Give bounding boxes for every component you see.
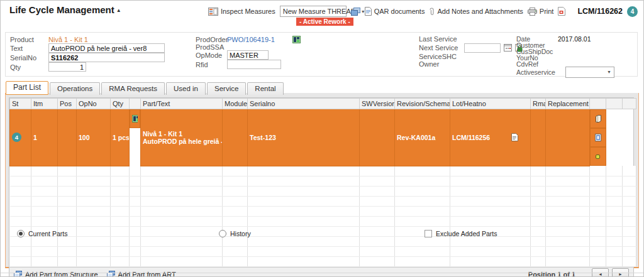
activeservice-label: Activeservice: [516, 69, 565, 75]
next-service-label: Next Service: [419, 44, 464, 52]
add-part-from-art-button[interactable]: Add Part from ART: [107, 271, 176, 277]
table-row[interactable]: [10, 206, 636, 216]
add-part-from-structure-button[interactable]: Add Part from Structure: [14, 271, 98, 277]
add-notes-label: Add Notes and Attachments: [437, 8, 523, 15]
active-rework-badge: - Active Rework -: [296, 18, 353, 26]
text-input[interactable]: [48, 43, 165, 53]
tab-rma-requests[interactable]: RMA Requests: [101, 82, 165, 95]
col-part-text[interactable]: Part/Text: [141, 99, 223, 109]
cell-pos: [58, 109, 77, 166]
prodorder-link[interactable]: PWO/106419-1: [227, 36, 275, 43]
filter-bar: Current Parts History Exclude Added Part…: [9, 230, 635, 242]
new-measure-icon[interactable]: [351, 8, 360, 16]
col-lot-heatno[interactable]: Lot/Heatno: [450, 99, 531, 109]
calendar-icon: [504, 44, 512, 52]
collapse-icon[interactable]: ▲: [116, 8, 121, 13]
activeservice-select[interactable]: ▼: [565, 67, 614, 78]
bottom-divider: [1, 273, 643, 273]
document-reference: LCM/116262: [577, 7, 623, 16]
serialno-label: SerialNo: [10, 54, 48, 62]
lcm-window: Life Cycle Management ▲ Inspect Measures…: [0, 0, 644, 277]
row-document-action[interactable]: [590, 128, 606, 147]
tab-rental[interactable]: Rental: [247, 82, 283, 95]
tab-bar: Part List Operations RMA Requests Used i…: [6, 81, 284, 95]
prodssa-label: ProdSSA: [196, 43, 227, 51]
current-parts-label: Current Parts: [28, 230, 67, 237]
header-title-area: Life Cycle Management ▲: [9, 4, 121, 15]
structure-icon: [132, 115, 138, 122]
rfid-input[interactable]: [227, 60, 281, 69]
qty-input[interactable]: [48, 62, 86, 72]
filter-current-parts[interactable]: Current Parts: [17, 230, 67, 237]
calendar-button[interactable]: [504, 44, 512, 52]
table-row[interactable]: [10, 186, 636, 196]
product-link[interactable]: Nivå 1 - Kit 1: [48, 36, 88, 43]
inspect-measures-icon: [208, 8, 218, 16]
tab-operations[interactable]: Operations: [50, 82, 100, 95]
table-row[interactable]: [10, 216, 636, 226]
table-row[interactable]: [10, 196, 636, 206]
form-column-service: Last Service Next Service ServiceSHC Own…: [419, 35, 523, 68]
col-itm[interactable]: Itm: [31, 99, 58, 109]
serialno-input[interactable]: [48, 53, 165, 62]
col-icon: [130, 99, 141, 109]
col-replacement[interactable]: Replacement: [546, 99, 590, 109]
chevron-down-icon: ▼: [607, 69, 611, 75]
filter-exclude-added[interactable]: Exclude Added Parts: [425, 230, 497, 237]
print-button[interactable]: Print: [528, 8, 554, 16]
table-row[interactable]: [10, 166, 636, 176]
radio-current-parts[interactable]: [17, 230, 25, 237]
form-column-customer: Date2017.08.01 Customer CusShipDoc YourN…: [516, 35, 614, 77]
cell-revision: Rev-KA001a: [395, 109, 450, 166]
tab-part-list[interactable]: Part List: [6, 81, 48, 95]
tab-service[interactable]: Service: [207, 82, 246, 95]
page-title: Life Cycle Management: [9, 4, 114, 15]
col-opno[interactable]: OpNo: [77, 99, 111, 109]
add-part-icon: [107, 271, 115, 277]
opmode-input[interactable]: [227, 50, 269, 60]
add-notes-button[interactable]: Add Notes and Attachments: [429, 7, 523, 16]
text-label: Text: [10, 45, 48, 52]
serviceshc-label: ServiceSHC: [419, 53, 464, 60]
cdvref-label: CdvRef: [516, 61, 558, 67]
prodorder-structure-button[interactable]: [292, 36, 301, 43]
table-row[interactable]: [10, 176, 636, 186]
radio-history[interactable]: [219, 230, 226, 237]
date-label: Date: [516, 36, 558, 42]
qar-documents-label: QAR documents: [374, 8, 425, 15]
add-part-from-art-label: Add Part from ART: [118, 271, 176, 277]
pdf-export-icon[interactable]: [558, 7, 565, 16]
opmode-label: OpMode: [196, 52, 227, 59]
table-row[interactable]: [10, 246, 636, 256]
exclude-added-parts-label: Exclude Added Parts: [436, 230, 497, 237]
header-toolbar: Inspect Measures New Measure THREAD ▼ QA…: [208, 5, 638, 18]
cell-rma: [531, 109, 546, 166]
inspect-measures-button[interactable]: Inspect Measures: [208, 8, 275, 16]
col-qty[interactable]: Qty: [111, 99, 130, 109]
empty-rows: [10, 166, 636, 266]
checkbox-exclude-added-parts[interactable]: [425, 230, 432, 237]
col-pos[interactable]: Pos: [58, 99, 77, 109]
col-swversion[interactable]: SWVersion: [360, 99, 395, 109]
filter-history[interactable]: History: [219, 230, 251, 237]
count-badge[interactable]: 4: [627, 6, 638, 17]
cell-serialno: Test-123: [248, 109, 360, 166]
tab-used-in[interactable]: Used in: [166, 82, 206, 95]
col-rma[interactable]: Rma: [531, 99, 546, 109]
cell-swversion: [360, 109, 395, 166]
col-st[interactable]: St: [10, 99, 31, 109]
cell-structure[interactable]: [130, 109, 140, 128]
col-serialno[interactable]: Serialno: [248, 99, 360, 109]
print-icon: [528, 8, 537, 16]
measure-select[interactable]: New Measure THREAD ▼: [280, 6, 347, 17]
row-copy-action[interactable]: [590, 109, 606, 128]
qar-documents-button[interactable]: QAR documents: [365, 7, 425, 16]
date-value: 2017.08.01: [558, 36, 591, 42]
part-row-selected[interactable]: 4 1 100 1 pcs Nivå 1 - Kit 1 AutoPROD på…: [10, 109, 636, 166]
col-revision-schema[interactable]: Revision/Schema: [395, 99, 450, 109]
table-row[interactable]: [10, 256, 636, 266]
qty-label: Qty: [10, 63, 48, 71]
col-module[interactable]: Module: [223, 99, 248, 109]
next-service-input[interactable]: [464, 43, 501, 53]
lot-pdf-button[interactable]: [511, 133, 518, 141]
